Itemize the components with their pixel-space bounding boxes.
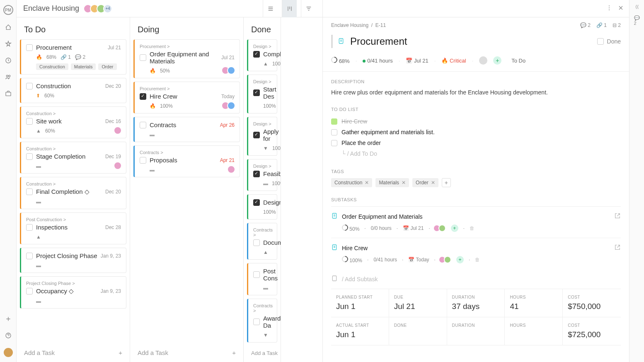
task-title[interactable]: Procurement [350, 36, 592, 47]
stat-cell[interactable]: Done [389, 317, 447, 345]
parent-link[interactable]: Construction > [26, 111, 121, 116]
parent-link[interactable]: Design > [253, 121, 272, 126]
task-card[interactable]: Contracts >Documen▲ [247, 223, 277, 260]
task-checkbox[interactable] [26, 253, 33, 259]
task-checkbox[interactable] [253, 319, 260, 325]
task-checkbox[interactable] [26, 83, 33, 89]
task-card[interactable]: Project Closing PhaseJan 9, 23▬ [20, 248, 126, 273]
tag-chip[interactable]: Order✕ [412, 178, 438, 187]
task-checkbox[interactable] [253, 89, 260, 96]
stat-cell[interactable]: DueJul 21 [389, 289, 447, 317]
plus-icon[interactable] [4, 315, 12, 323]
tag-chip[interactable]: Construction✕ [331, 178, 372, 187]
status[interactable]: To Do [511, 58, 525, 64]
filter-view-button[interactable] [301, 0, 316, 17]
clock-icon[interactable] [4, 56, 12, 65]
stat-cell[interactable]: Cost$750,000 [563, 289, 621, 317]
breadcrumb[interactable]: Enclave Housing / E-11 [331, 22, 386, 28]
tag[interactable]: Construction [36, 63, 68, 70]
task-checkbox[interactable] [253, 199, 260, 206]
add-todo-button[interactable]: └ / Add To Do [331, 148, 621, 159]
add-task-button[interactable]: Add a Task [244, 344, 281, 362]
stat-cell[interactable]: Cost$725,000 [563, 317, 621, 345]
task-checkbox[interactable] [140, 93, 146, 100]
subtasks-count[interactable]: ⊟ 2 [613, 22, 621, 28]
parent-link[interactable]: Contracts > [140, 150, 235, 155]
add-assignee-button[interactable]: + [456, 256, 464, 263]
assignee-avatar[interactable] [114, 162, 122, 170]
stat-cell[interactable]: Hours41 [505, 289, 563, 317]
task-card[interactable]: ProcurementJul 21🔥68%🔗 1💬 2ConstructionM… [20, 39, 126, 75]
task-checkbox[interactable] [253, 132, 260, 138]
add-assignee-button[interactable]: + [493, 56, 501, 65]
stat-cell[interactable]: Actual StartJun 1 [331, 317, 389, 345]
task-checkbox[interactable] [253, 171, 260, 177]
close-icon[interactable] [617, 5, 624, 12]
todo-checkbox[interactable] [331, 140, 337, 146]
parent-link[interactable]: Procurement > [140, 86, 235, 91]
assignee-avatar[interactable] [479, 56, 487, 65]
project-members[interactable]: +4 [86, 4, 112, 13]
task-checkbox[interactable] [140, 122, 146, 128]
todo-checkbox[interactable] [331, 118, 337, 125]
stat-cell[interactable]: Planned StartJun 1 [331, 289, 389, 317]
task-checkbox[interactable] [253, 271, 260, 278]
task-checkbox[interactable] [26, 188, 33, 195]
tag[interactable]: Order [98, 63, 116, 70]
add-task-button[interactable]: Add a Task+ [17, 343, 130, 362]
task-checkbox[interactable] [26, 288, 33, 294]
stat-cell[interactable]: Hours [505, 317, 563, 345]
subtask-item[interactable]: Hire Crew 100%· 0/41 hours· 📅 Today· + ·… [331, 238, 621, 269]
delete-subtask-icon[interactable]: 🗑 [470, 225, 475, 231]
parent-link[interactable]: Project Closing Phase > [26, 281, 121, 286]
add-tag-button[interactable]: + [442, 178, 451, 187]
open-subtask-icon[interactable] [614, 212, 621, 220]
comments-count[interactable]: 💬 2 [580, 22, 591, 28]
assignee-avatar[interactable] [227, 165, 235, 174]
task-checkbox[interactable] [26, 224, 33, 231]
task-card[interactable]: Construction >Stage CompletionDec 19▬ [20, 142, 126, 174]
task-card[interactable]: Design >Start Des100% [247, 75, 277, 113]
task-card[interactable]: Design100% [247, 194, 277, 220]
task-card[interactable]: Project Closing Phase >Occupancy ◇Jan 9,… [20, 276, 126, 309]
task-card[interactable]: ConstructionDec 20⬆60% [20, 78, 126, 103]
team-icon[interactable] [4, 73, 12, 81]
task-card[interactable]: Design >Apply for▼100% [247, 117, 277, 156]
remove-tag-icon[interactable]: ✕ [431, 180, 435, 186]
more-icon[interactable] [606, 5, 613, 12]
task-card[interactable]: Procurement >Order Equipment and Materia… [133, 39, 240, 78]
task-card[interactable]: Design >Complete▲100% [247, 39, 277, 71]
task-card[interactable]: Construction >Site workDec 16▲60% [20, 106, 126, 138]
todo-checkbox[interactable] [331, 129, 337, 135]
open-subtask-icon[interactable] [614, 244, 621, 252]
assignee-avatar[interactable] [227, 101, 235, 110]
parent-link[interactable]: Contracts > [253, 303, 272, 313]
parent-link[interactable]: Design > [253, 164, 272, 169]
hours[interactable]: 0/41 hours [363, 58, 392, 64]
task-checkbox[interactable] [140, 157, 146, 164]
activity-icon[interactable] [4, 40, 12, 48]
remove-tag-icon[interactable]: ✕ [402, 180, 406, 186]
help-icon[interactable] [4, 331, 12, 340]
add-subtask-button[interactable]: / Add Subtask [331, 269, 621, 289]
stat-cell[interactable]: Duration [447, 317, 505, 345]
task-checkbox[interactable] [253, 239, 260, 246]
task-card[interactable]: Post Cons▬ [247, 263, 277, 295]
task-checkbox[interactable] [26, 153, 33, 160]
done-checkbox[interactable]: Done [597, 38, 621, 45]
briefcase-icon[interactable] [4, 89, 12, 98]
list-view-button[interactable] [263, 0, 278, 17]
tag[interactable]: Materials [71, 63, 96, 70]
priority[interactable]: 🔥 Critical [441, 58, 466, 64]
board-view-button[interactable] [282, 0, 297, 17]
attachments-count[interactable]: 🔗 1 [596, 22, 607, 28]
parent-link[interactable]: Design > [253, 44, 272, 49]
assignee-avatar[interactable] [438, 224, 446, 232]
parent-link[interactable]: Procurement > [140, 44, 235, 49]
task-card[interactable]: Contracts >Award Da▼ [247, 299, 277, 343]
delete-subtask-icon[interactable]: 🗑 [475, 257, 480, 263]
task-checkbox[interactable] [140, 54, 146, 61]
progress-pct[interactable]: 68% [331, 57, 350, 64]
todo-item[interactable]: Gather equipment and materials list. [331, 127, 621, 138]
collapse-icon[interactable]: ⟨⟨ [635, 4, 639, 10]
